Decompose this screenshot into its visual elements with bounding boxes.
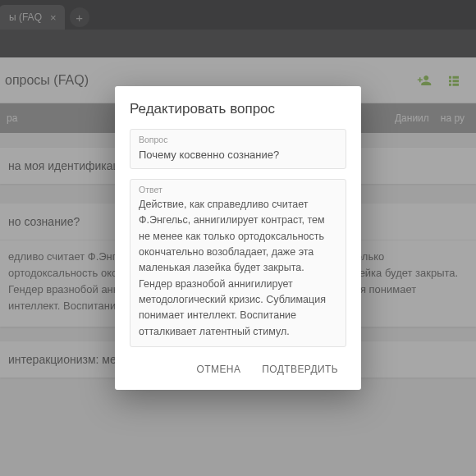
dialog-actions: ОТМЕНА ПОДТВЕРДИТЬ bbox=[130, 357, 346, 382]
modal-overlay[interactable]: Редактировать вопрос Вопрос Ответ Действ… bbox=[0, 0, 476, 476]
confirm-button[interactable]: ПОДТВЕРДИТЬ bbox=[254, 357, 346, 382]
answer-textarea[interactable]: Действие, как справедливо считает Ф.Энге… bbox=[139, 197, 337, 340]
dialog-title: Редактировать вопрос bbox=[130, 101, 346, 117]
question-field-label: Вопрос bbox=[139, 135, 337, 144]
question-field[interactable]: Вопрос bbox=[130, 129, 346, 169]
answer-field[interactable]: Ответ Действие, как справедливо считает … bbox=[130, 179, 346, 347]
cancel-button[interactable]: ОТМЕНА bbox=[189, 357, 249, 382]
answer-field-label: Ответ bbox=[139, 185, 337, 195]
question-input[interactable] bbox=[139, 149, 337, 161]
edit-question-dialog: Редактировать вопрос Вопрос Ответ Действ… bbox=[115, 86, 361, 390]
